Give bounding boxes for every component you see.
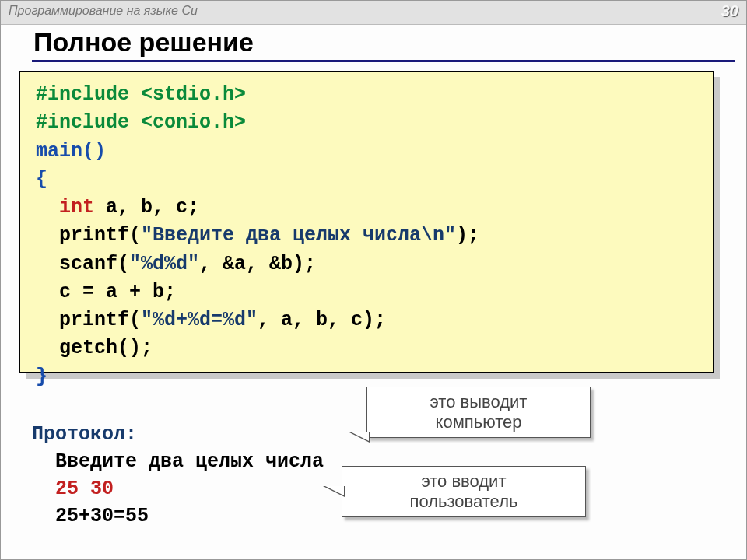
code-line-8: c = a + b;	[36, 278, 697, 306]
callout-tail-fill	[325, 486, 344, 495]
code-line-2: #include <conio.h>	[36, 109, 697, 137]
code-block: #include <stdio.h> #include <conio.h> ma…	[19, 71, 714, 373]
var-decl: a, b, c;	[94, 196, 199, 219]
callout-line: это вводит	[356, 471, 571, 492]
code-line-7: scanf("%d%d", &a, &b);	[36, 250, 697, 278]
main-func: main()	[36, 140, 106, 163]
protocol-output-2: 25+30=55	[32, 502, 324, 530]
callout-line: пользователь	[356, 492, 571, 512]
title-underline	[32, 60, 735, 62]
code-line-4: {	[36, 166, 697, 194]
header-title: Программирование на языке Си	[9, 4, 198, 18]
code-line-6: printf("Введите два целых числа\n");	[36, 222, 697, 250]
string-literal: "%d%d"	[129, 253, 199, 275]
int-keyword: int	[59, 196, 94, 219]
protocol-input: 25 30	[32, 475, 324, 502]
protocol-label: Протокол:	[32, 421, 324, 448]
include-arg: <conio.h>	[129, 111, 246, 134]
callout-computer: это выводит компьютер	[366, 387, 591, 438]
code-line-1: #include <stdio.h>	[36, 81, 697, 109]
code-line-9: printf("%d+%d=%d", a, b, c);	[36, 306, 697, 334]
include-keyword: #include	[36, 83, 129, 106]
page-number: 30	[721, 2, 738, 20]
callout-line: компьютер	[381, 412, 576, 432]
include-arg: <stdio.h>	[129, 83, 246, 106]
string-literal: "%d+%d=%d"	[141, 309, 258, 331]
code-line-10: getch();	[36, 334, 697, 362]
string-literal: "Введите два целых числа\n"	[141, 224, 456, 247]
protocol-output-1: Введите два целых числа	[32, 448, 324, 475]
header-bar: Программирование на языке Си 30	[1, 1, 746, 25]
callout-user: это вводит пользователь	[342, 466, 586, 517]
code-line-3: main()	[36, 138, 697, 166]
callout-tail-fill	[350, 432, 369, 441]
include-keyword: #include	[36, 111, 129, 134]
brace-close: }	[36, 366, 47, 388]
code-line-5: int a, b, c;	[36, 194, 697, 222]
callout-line: это выводит	[381, 392, 576, 412]
protocol-block: Протокол: Введите два целых числа 25 30 …	[32, 421, 324, 530]
brace-open: {	[36, 168, 47, 191]
slide: Программирование на языке Си 30 Полное р…	[0, 0, 747, 560]
slide-title: Полное решение	[33, 27, 254, 58]
